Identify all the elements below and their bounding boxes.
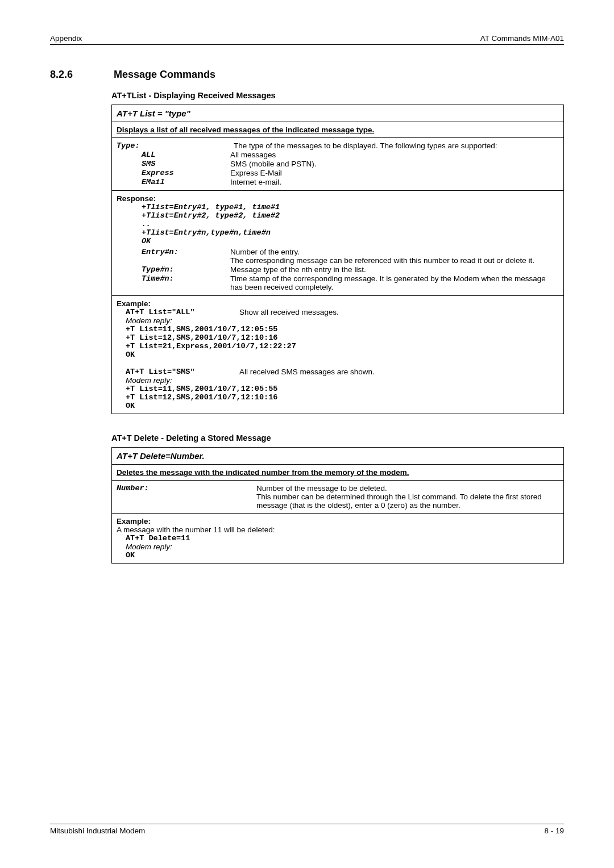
footer-right: 8 - 19: [544, 827, 564, 835]
number-desc: Number of the message to be deleted. Thi…: [256, 484, 559, 510]
tdel-example-label: Example:: [117, 517, 559, 525]
tlist-type-row: Type: The type of the messages to be dis…: [112, 138, 563, 191]
type-desc: The type of the messages to be displayed…: [234, 141, 559, 150]
resp-line-0: +Tlist=Entry#1, type#1, time#1: [142, 203, 559, 211]
tdel-subtitle: AT+T Delete - Deleting a Stored Message: [111, 433, 564, 443]
tdel-ex-cmd: AT+T Delete=11: [126, 534, 559, 542]
timen-key: Time#n:: [142, 274, 230, 283]
tlist-cmd: AT+T List = "type": [112, 105, 563, 122]
tdel-box: AT+T Delete=Number. Deletes the message …: [111, 447, 564, 564]
tdel-modem-reply: Modem reply:: [126, 542, 559, 551]
type-email-key: EMail: [142, 178, 230, 186]
ex2-modem-reply: Modem reply:: [126, 376, 559, 385]
ex1-desc: Show all received messages.: [239, 308, 339, 316]
ex1-cmd: AT+T List="ALL": [126, 308, 239, 316]
type-express-val: Express E-Mail: [230, 169, 559, 177]
tdel-ex-ok: OK: [126, 551, 559, 560]
page-header: Appendix AT Commands MIM-A01: [50, 34, 564, 45]
section-number: 8.2.6: [50, 69, 82, 81]
tdel-desc: Deletes the message with the indicated n…: [112, 465, 563, 481]
header-right: AT Commands MIM-A01: [480, 34, 564, 43]
typen-val: Message type of the nth entry in the lis…: [230, 265, 559, 274]
typen-key: Type#n:: [142, 265, 230, 274]
type-all-key: ALL: [142, 151, 230, 159]
tdel-example-row: Example: A message with the number 11 wi…: [112, 514, 563, 563]
section-heading: 8.2.6 Message Commands: [50, 69, 564, 81]
tdel-cmd: AT+T Delete=Number.: [112, 448, 563, 465]
resp-line-1: +Tlist=Entry#2, type#2, time#2: [142, 211, 559, 220]
resp-line-2: ..: [142, 220, 559, 228]
type-all-val: All messages: [230, 151, 559, 159]
ex1-line-1: +T List=12,SMS,2001/10/7,12:10:16: [126, 333, 559, 342]
entryn-val: Number of the entry. The corresponding m…: [230, 248, 559, 265]
tlist-box: AT+T List = "type" Displays a list of al…: [111, 105, 564, 414]
tlist-response-row: Response: +Tlist=Entry#1, type#1, time#1…: [112, 191, 563, 296]
type-express-key: Express: [142, 169, 230, 177]
ex2-cmd: AT+T List="SMS": [126, 368, 239, 376]
tdel-ex-intro: A message with the number 11 will be del…: [117, 525, 559, 534]
ex1-line-2: +T List=21,Express,2001/10/7,12:22:27: [126, 342, 559, 350]
type-label: Type:: [117, 141, 234, 150]
ex1-line-3: OK: [126, 350, 559, 359]
ex1-modem-reply: Modem reply:: [126, 316, 559, 325]
page-footer: Mitsubishi Industrial Modem 8 - 19: [50, 824, 564, 835]
number-label: Number:: [117, 484, 256, 493]
tlist-subtitle: AT+TList - Displaying Received Messages: [111, 91, 564, 100]
ex1-line-0: +T List=11,SMS,2001/10/7,12:05:55: [126, 325, 559, 333]
ex2-line-0: +T List=11,SMS,2001/10/7,12:05:55: [126, 385, 559, 393]
tlist-example-label: Example:: [117, 299, 559, 308]
entryn-key: Entry#n:: [142, 248, 230, 256]
resp-line-4: OK: [142, 237, 559, 245]
response-label: Response:: [117, 194, 559, 203]
timen-val: Time stamp of the corresponding message.…: [230, 274, 559, 291]
tlist-example-row: Example: AT+T List="ALL" Show all receiv…: [112, 296, 563, 414]
type-email-val: Internet e-mail.: [230, 178, 559, 186]
ex2-line-1: +T List=12,SMS,2001/10/7,12:10:16: [126, 393, 559, 402]
header-left: Appendix: [50, 34, 82, 43]
tdel-number-row: Number: Number of the message to be dele…: [112, 481, 563, 514]
tlist-desc: Displays a list of all received messages…: [112, 122, 563, 138]
section-title-text: Message Commands: [114, 69, 215, 81]
ex2-desc: All received SMS messages are shown.: [239, 368, 375, 376]
type-sms-val: SMS (mobile and PSTN).: [230, 160, 559, 168]
resp-line-3: +Tlist=Entry#n,type#n,time#n: [142, 228, 559, 237]
footer-left: Mitsubishi Industrial Modem: [50, 827, 145, 835]
type-sms-key: SMS: [142, 160, 230, 168]
ex2-line-2: OK: [126, 402, 559, 410]
